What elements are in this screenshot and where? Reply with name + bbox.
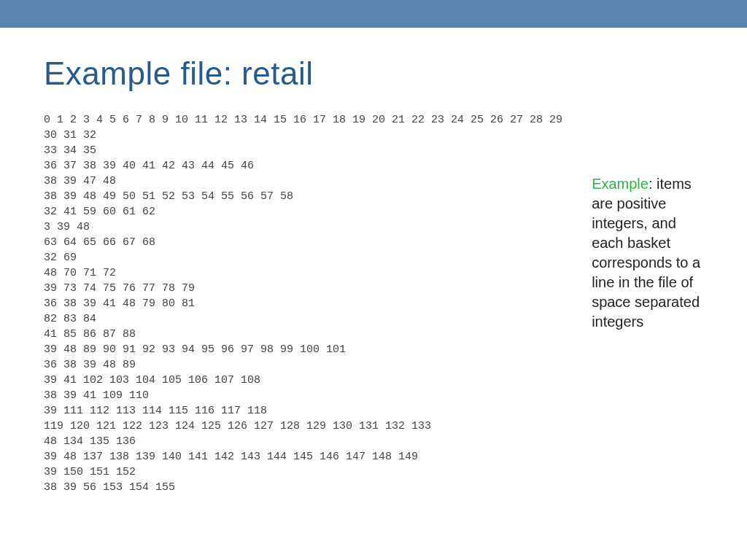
note-highlight: Example	[592, 176, 649, 192]
header-bar	[0, 0, 747, 28]
file-content: 0 1 2 3 4 5 6 7 8 9 10 11 12 13 14 15 16…	[44, 112, 562, 495]
note-rest: : items are positive integers, and each …	[592, 176, 700, 330]
slide-body: Example file: retail 0 1 2 3 4 5 6 7 8 9…	[0, 55, 747, 495]
explanation-note: Example: items are positive integers, an…	[592, 174, 703, 332]
content-row: 0 1 2 3 4 5 6 7 8 9 10 11 12 13 14 15 16…	[44, 112, 703, 495]
slide-title: Example file: retail	[44, 55, 703, 92]
